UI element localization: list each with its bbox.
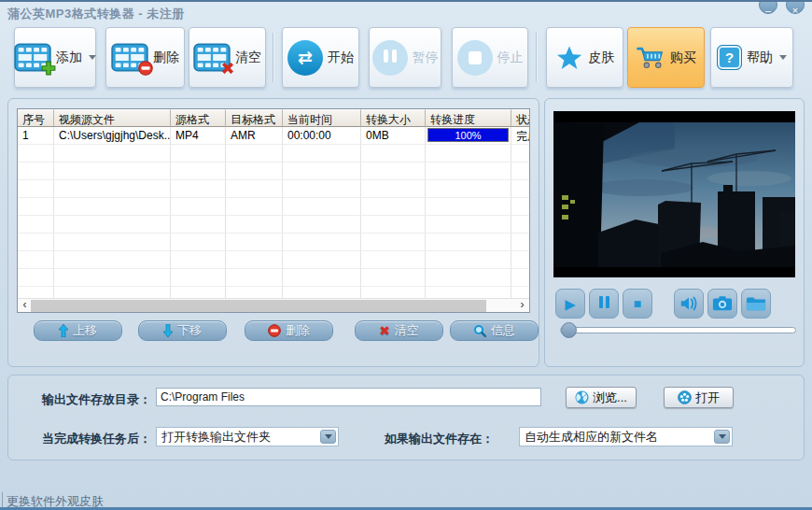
clear-button-label: 清空 (235, 50, 261, 66)
help-button[interactable]: ? 帮助 (710, 27, 793, 88)
play-button[interactable]: ▶ (555, 289, 585, 319)
clear-list-button[interactable]: ✖ 清空 (355, 320, 443, 341)
col-header-source-format[interactable]: 源格式 (171, 109, 226, 127)
browse-button[interactable]: 浏览... (566, 387, 637, 408)
chevron-down-icon (89, 55, 96, 60)
question-mark-icon: ? (717, 45, 742, 70)
info-button[interactable]: 信息 (450, 320, 539, 341)
x-badge-icon (220, 61, 235, 76)
pause-button[interactable]: 暂停 (369, 27, 441, 88)
scroll-left-icon[interactable]: ‹ (18, 299, 32, 313)
open-dir-button[interactable]: 打开 (664, 387, 734, 408)
file-exists-value: 自动生成相应的新文件名 (525, 429, 658, 446)
stop-icon (457, 40, 493, 76)
status-separator (2, 492, 3, 508)
table-empty-row (18, 163, 530, 180)
col-header-target-format[interactable]: 目标格式 (226, 109, 283, 127)
info-label: 信息 (491, 322, 515, 339)
table-row[interactable]: 1 C:\Users\gjgjhg\Desk... MP4 AMR 00:00:… (18, 127, 530, 145)
cell-target-format: AMR (226, 127, 283, 145)
help-button-label: 帮助 (747, 50, 773, 66)
remove-item-button[interactable]: 删除 (245, 320, 333, 341)
buy-button[interactable]: 购买 (627, 27, 705, 88)
minus-badge-icon (138, 61, 153, 76)
file-exists-label: 如果输出文件存在： (385, 431, 494, 447)
browse-label: 浏览... (593, 390, 627, 406)
start-icon: ⇄ (287, 40, 323, 76)
col-header-source-file[interactable]: 视频源文件 (54, 109, 171, 127)
star-icon (555, 45, 583, 71)
film-reel-icon (678, 390, 692, 404)
plus-badge-icon (41, 61, 56, 76)
empty-rows (18, 145, 529, 305)
col-header-current-time[interactable]: 当前时间 (283, 109, 361, 127)
app-window: 蒲公英MP3格式转换器 - 未注册 – × 添加 删除 清空 ⇄ 开始 暂停 (0, 0, 812, 510)
move-up-label: 上移 (73, 322, 97, 339)
minimize-button[interactable]: – (759, 0, 777, 14)
after-task-dropdown[interactable]: 打开转换输出文件夹 (156, 427, 339, 446)
dropdown-arrow-icon[interactable] (714, 430, 730, 444)
video-preview (553, 111, 795, 277)
delete-video-icon (111, 43, 148, 72)
open-folder-button[interactable] (741, 289, 771, 319)
delete-button[interactable]: 删除 (105, 27, 185, 88)
output-dir-input[interactable] (156, 388, 541, 406)
play-icon: ▶ (565, 297, 576, 311)
folder-icon (746, 295, 766, 312)
skin-button[interactable]: 皮肤 (546, 27, 623, 88)
buy-button-label: 购买 (670, 50, 696, 66)
add-button[interactable]: 添加 (14, 27, 96, 88)
table-empty-row (18, 234, 530, 251)
scroll-right-icon[interactable]: › (515, 299, 529, 313)
cell-source-format: MP4 (171, 127, 226, 145)
table-empty-row (18, 251, 530, 269)
col-header-index[interactable]: 序号 (18, 109, 54, 127)
speaker-icon (679, 294, 699, 313)
pause-icon (372, 40, 408, 76)
volume-button[interactable] (674, 289, 704, 319)
move-down-label: 下移 (177, 322, 202, 339)
stop-button[interactable]: 停止 (452, 27, 528, 88)
scrollbar-thumb[interactable] (31, 300, 486, 312)
table-empty-row (18, 269, 530, 287)
after-task-label: 当完成转换任务后： (42, 431, 151, 447)
window-title: 蒲公英MP3格式转换器 - 未注册 (7, 6, 185, 22)
close-button[interactable]: × (786, 0, 805, 14)
table-empty-row (18, 145, 530, 163)
col-header-status[interactable]: 状态 (511, 109, 530, 127)
arrow-down-icon (163, 324, 173, 337)
video-frame-cityscape (553, 122, 795, 267)
col-header-size[interactable]: 转换大小 (361, 109, 426, 127)
skin-button-label: 皮肤 (588, 50, 614, 66)
conversion-table: 序号 视频源文件 源格式 目标格式 当前时间 转换大小 转换进度 状态 1 C:… (17, 108, 530, 313)
move-down-button[interactable]: 下移 (138, 320, 227, 341)
clear-button[interactable]: 清空 (189, 27, 266, 88)
dropdown-arrow-icon[interactable] (320, 430, 336, 444)
start-button-label: 开始 (328, 50, 354, 66)
camera-icon (712, 294, 733, 313)
start-button[interactable]: ⇄ 开始 (282, 27, 359, 88)
pause-playback-button[interactable] (589, 289, 619, 319)
after-task-value: 打开转换输出文件夹 (161, 429, 271, 446)
table-empty-row (18, 180, 530, 198)
pause-button-label: 暂停 (413, 50, 439, 66)
clear-video-icon (193, 43, 231, 72)
seek-slider-track[interactable] (560, 327, 796, 333)
stop-button-label: 停止 (497, 50, 524, 66)
pause-icon (597, 295, 610, 312)
table-empty-row (18, 216, 530, 234)
toolbar-separator (536, 33, 537, 82)
file-exists-dropdown[interactable]: 自动生成相应的新文件名 (519, 427, 733, 446)
stop-playback-button[interactable]: ■ (623, 289, 652, 319)
cell-current-time: 00:00:00 (283, 127, 361, 145)
col-header-progress[interactable]: 转换进度 (426, 109, 511, 127)
cell-status: 完成 (511, 127, 530, 145)
move-up-button[interactable]: 上移 (34, 320, 122, 341)
arrow-up-icon (59, 324, 68, 337)
horizontal-scrollbar[interactable]: ‹ › (18, 298, 529, 312)
clear-list-label: 清空 (395, 322, 419, 339)
cell-index: 1 (18, 127, 54, 145)
snapshot-button[interactable] (707, 289, 737, 319)
remove-item-label: 删除 (286, 322, 310, 339)
seek-slider-thumb[interactable] (561, 322, 577, 338)
